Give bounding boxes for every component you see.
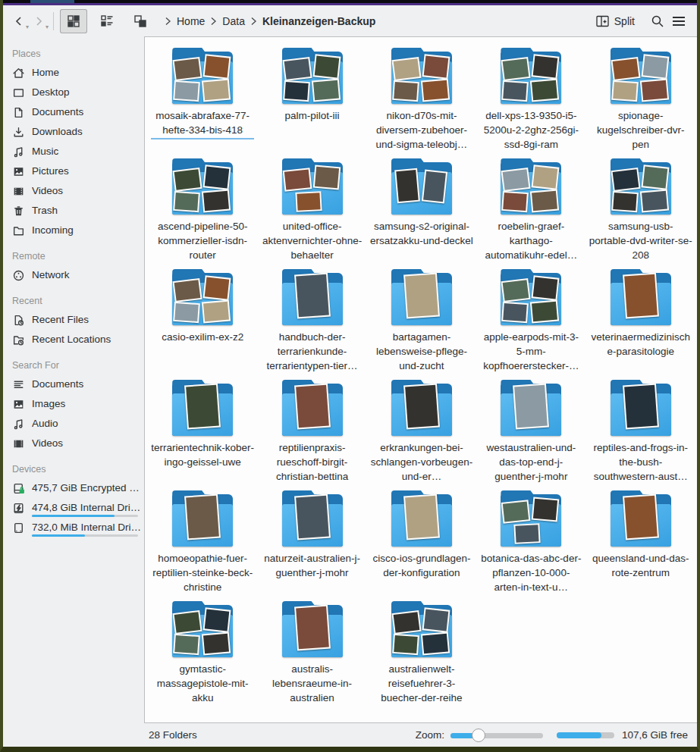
folder-item-samsung-s2-original-ersatzakku-und-decke[interactable]: samsung-s2-original-ersatzakku-und-decke… [367,157,476,268]
folder-item-ascend-pipeline-50-kommerzieller-isdn-ro[interactable]: ascend-pipeline-50-kommerzieller-isdn-ro… [148,157,257,268]
sidebar-item-label: Desktop [32,86,144,98]
photo-thumbnail [532,54,560,79]
details-view-button[interactable] [93,9,121,33]
zoom-slider-handle[interactable] [472,728,485,742]
photo-thumbnail [173,191,200,212]
folder-icon [604,48,677,105]
split-button[interactable]: Split [596,15,635,27]
breadcrumb-item-home[interactable]: Home [177,15,205,27]
sidebar-item-label: Downloads [32,126,144,137]
photo-thumbnail [611,80,639,102]
sidebar-item-trash[interactable]: Trash [11,202,144,222]
photo-thumbnail [640,189,669,212]
folder-grid: mosaik-abrafaxe-77-hefte-334-bis-418palm… [145,37,697,710]
details-view-icon [100,14,114,28]
folder-label: nikon-d70s-mit-diversem-zubehoer-und-sig… [370,108,473,152]
doc-lines-icon [12,378,25,391]
photo-thumbnail [501,57,531,81]
breadcrumb-chevron-icon [210,17,217,26]
sidebar-item-audio[interactable]: Audio [11,415,144,435]
folder-item-naturzeit-australien-j-guenther-j-mohr[interactable]: naturzeit-australien-j-guenther-j-mohr [257,489,366,600]
folder-icon [166,269,239,327]
folder-item-bartagamen-lebensweise-pflege-und-zucht[interactable]: bartagamen-lebensweise-pflege-und-zucht [367,268,476,378]
folder-item-australis-lebensraeume-in-australien[interactable]: australis-lebensraeume-in-australien [257,600,366,710]
breadcrumb-item-kleinanzeigen-backup[interactable]: Kleinanzeigen-Backup [262,15,375,27]
folder-item-apple-earpods-mit-3-5-mm-kopfhoerersteck[interactable]: apple-earpods-mit-3-5-mm-kopfhoerersteck… [476,268,585,378]
folder-icon [604,269,677,327]
photo-thumbnail [421,78,450,102]
photo-thumbnail [640,78,669,102]
folder-item-nikon-d70s-mit-diversem-zubehoer-und-sig[interactable]: nikon-d70s-mit-diversem-zubehoer-und-sig… [367,46,476,157]
folder-icon [276,269,349,327]
folder-item-queensland-und-das-rote-zentrum[interactable]: queensland-und-das-rote-zentrum [586,489,695,600]
folder-item-roebelin-graef-karthago-automatikuhr-ede[interactable]: roebelin-graef-karthago-automatikuhr-ede… [476,157,585,268]
folder-item-veterinaermedizinische-parasitologie[interactable]: veterinaermedizinische-parasitologie [586,268,695,378]
photo-thumbnail [173,57,202,81]
sidebar-item-documents[interactable]: Documents [11,104,144,124]
folder-item-cisco-ios-grundlagen-der-konfiguration[interactable]: cisco-ios-grundlagen-der-konfiguration [367,489,476,600]
folder-item-erkrankungen-bei-schlangen-vorbeugen-und[interactable]: erkrankungen-bei-schlangen-vorbeugen-und… [367,378,476,489]
sidebar-section-title-places: Places [11,44,144,64]
sidebar-item-475-7-gib-encrypted[interactable]: 475,7 GiB Encrypted … [11,480,144,500]
sidebar-item-recent-locations[interactable]: Recent Locations [11,331,144,351]
photo-thumbnail [530,189,559,212]
photo-thumbnail [282,168,312,192]
photo-thumbnail [623,494,659,540]
sidebar-item-home[interactable]: Home [11,64,144,84]
search-button[interactable] [647,11,668,32]
drive-flash-icon [12,502,25,515]
sidebar-item-network[interactable]: Network [11,267,144,287]
sidebar-item-pictures[interactable]: Pictures [11,163,144,183]
forward-button[interactable]: ▾ [29,11,49,32]
folder-item-spionage-kugelschreiber-dvr-pen[interactable]: spionage-kugelschreiber-dvr-pen [586,46,695,157]
sidebar-item-documents[interactable]: Documents [11,376,144,396]
photo-thumbnail [421,631,450,655]
zoom-slider[interactable] [450,728,543,742]
folder-icon [604,158,677,216]
photo-thumbnail [184,494,221,540]
folder-item-samsung-usb-portable-dvd-writer-se-208[interactable]: samsung-usb-portable-dvd-writer-se-208 [586,157,695,268]
folder-icon [166,48,239,105]
background-window-sliver [3,0,697,5]
sidebar-item-images[interactable]: Images [11,396,144,415]
free-space-bar [557,732,614,738]
folder-item-australienwelt-reisefuehrer-3-buecher-de[interactable]: australienwelt-reisefuehrer-3-buecher-de… [367,600,476,710]
sidebar-item-474-8-gib-internal-dri[interactable]: 474,8 GiB Internal Dri… [11,500,144,519]
sidebar-item-desktop[interactable]: Desktop [11,84,144,104]
folder-view-panel[interactable]: mosaik-abrafaxe-77-hefte-334-bis-418palm… [144,36,697,723]
menu-button[interactable] [668,11,689,32]
folder-item-reptilienpraxis-rueschoff-birgit-christi[interactable]: reptilienpraxis-rueschoff-birgit-christi… [257,378,366,489]
sidebar-item-videos[interactable]: Videos [11,435,144,455]
sidebar-item-downloads[interactable]: Downloads [11,124,144,143]
music-icon [12,418,25,431]
photo-thumbnail [311,78,340,102]
folder-item-mosaik-abrafaxe-77-hefte-334-bis-418[interactable]: mosaik-abrafaxe-77-hefte-334-bis-418 [148,46,257,157]
folder-item-casio-exilim-ex-z2[interactable]: casio-exilim-ex-z2 [148,268,257,378]
folder-item-palm-pilot-iii[interactable]: palm-pilot-iii [257,46,366,157]
breadcrumb-item-data[interactable]: Data [222,15,245,27]
folder-item-united-office-aktenvernichter-ohne-behae[interactable]: united-office-aktenvernichter-ohne-behae… [257,157,366,268]
split-view-icon [596,15,610,27]
sidebar-item-recent-files[interactable]: Recent Files [11,312,144,331]
dolphin-window: ▾ ▾ HomeDataKleinanzeigen-Backup Split [0,0,700,752]
sidebar-item-732-0-mib-internal-dri[interactable]: 732,0 MiB Internal Dri… [11,519,144,539]
sidebar-item-label: 475,7 GiB Encrypted … [32,482,144,494]
folder-item-botanica-das-abc-der-pflanzen-10-000-art[interactable]: botanica-das-abc-der-pflanzen-10-000-art… [476,489,585,600]
tree-view-button[interactable] [127,9,154,33]
sidebar-item-videos[interactable]: Videos [11,183,144,202]
icons-view-button[interactable] [60,9,87,33]
folder-item-westaustralien-und-das-top-end-j-guenthe[interactable]: westaustralien-und-das-top-end-j-guenthe… [476,378,585,489]
sidebar-item-label: Trash [32,205,144,216]
folder-item-dell-xps-13-9350-i5-5200u-2-2ghz-256gi-s[interactable]: dell-xps-13-9350-i5-5200u-2-2ghz-256gi-s… [476,46,585,157]
sidebar-item-incoming[interactable]: Incoming [11,222,144,242]
folder-item-homoeopathie-fuer-reptilien-steinke-beck[interactable]: homoeopathie-fuer-reptilien-steinke-beck… [148,489,257,600]
folder-item-reptiles-and-frogs-in-the-bush-southwest[interactable]: reptiles-and-frogs-in-the-bush-southwest… [586,378,695,489]
free-space-label: 107,6 GiB free [622,729,688,741]
folder-item-terrarientechnik-kober-ingo-geissel-uwe[interactable]: terrarientechnik-kober-ingo-geissel-uwe [148,378,257,489]
sidebar-item-label: Recent Files [32,314,144,325]
folder-item-gymtastic-massagepistole-mit-akku[interactable]: gymtastic-massagepistole-mit-akku [148,600,257,710]
photo-thumbnail [422,54,450,79]
sidebar-item-music[interactable]: Music [11,143,144,163]
back-button[interactable]: ▾ [9,11,29,32]
folder-item-handbuch-der-terrarienkunde-terrarientyp[interactable]: handbuch-der-terrarienkunde-terrarientyp… [257,268,366,378]
